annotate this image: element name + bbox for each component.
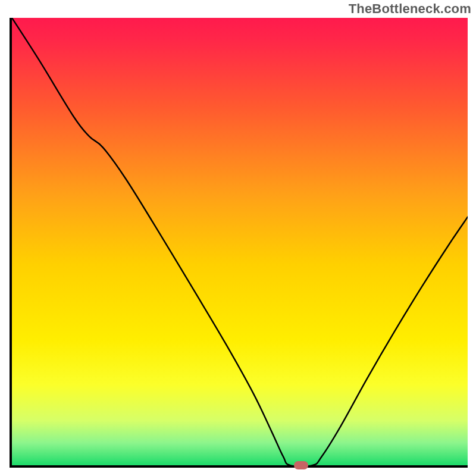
optimal-point-marker bbox=[294, 461, 308, 469]
watermark-text: TheBottleneck.com bbox=[349, 1, 471, 17]
chart-container: TheBottleneck.com bbox=[0, 0, 476, 476]
axes-frame bbox=[10, 18, 468, 468]
